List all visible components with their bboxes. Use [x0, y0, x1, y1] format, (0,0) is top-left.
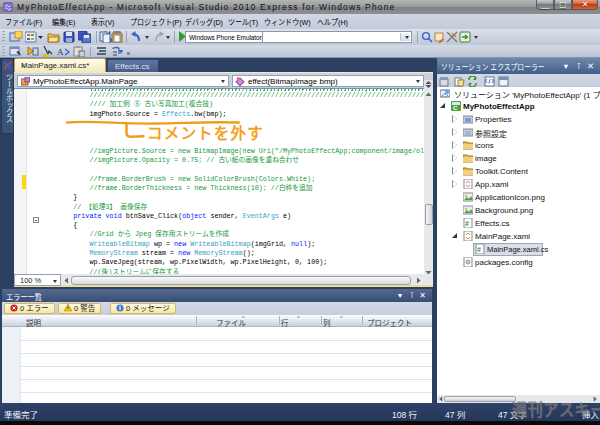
svg-text:#: # [477, 246, 481, 253]
svg-text:C: C [453, 105, 458, 111]
svg-text:A: A [57, 47, 64, 57]
svg-text:#: # [465, 220, 469, 227]
